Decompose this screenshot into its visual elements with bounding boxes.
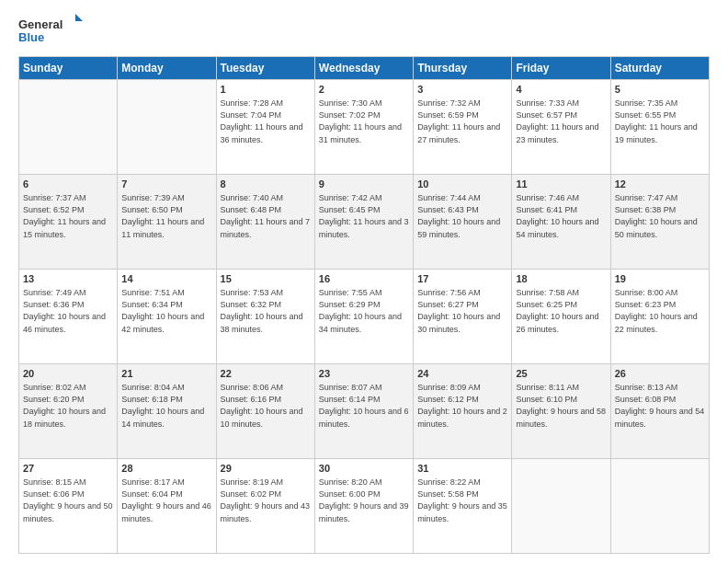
day-info: Sunrise: 7:58 AMSunset: 6:25 PMDaylight:… bbox=[516, 287, 606, 335]
day-info: Sunrise: 7:51 AMSunset: 6:34 PMDaylight:… bbox=[121, 287, 211, 335]
day-number: 23 bbox=[319, 367, 409, 381]
day-info: Sunrise: 8:11 AMSunset: 6:10 PMDaylight:… bbox=[516, 382, 606, 430]
day-info: Sunrise: 7:37 AMSunset: 6:52 PMDaylight:… bbox=[23, 192, 113, 240]
day-number: 4 bbox=[516, 83, 606, 97]
day-number: 3 bbox=[417, 83, 507, 97]
day-number: 18 bbox=[516, 272, 606, 286]
calendar-cell: 1Sunrise: 7:28 AMSunset: 7:04 PMDaylight… bbox=[216, 80, 314, 175]
day-number: 7 bbox=[121, 178, 211, 191]
calendar-row: 1Sunrise: 7:28 AMSunset: 7:04 PMDaylight… bbox=[19, 80, 710, 175]
day-number: 19 bbox=[615, 272, 705, 286]
calendar-cell: 3Sunrise: 7:32 AMSunset: 6:59 PMDaylight… bbox=[414, 80, 512, 175]
calendar-cell: 15Sunrise: 7:53 AMSunset: 6:32 PMDayligh… bbox=[216, 270, 314, 364]
calendar-cell: 14Sunrise: 7:51 AMSunset: 6:34 PMDayligh… bbox=[118, 270, 216, 364]
calendar-cell: 13Sunrise: 7:49 AMSunset: 6:36 PMDayligh… bbox=[19, 270, 118, 364]
calendar-cell: 12Sunrise: 7:47 AMSunset: 6:38 PMDayligh… bbox=[610, 175, 709, 270]
calendar-cell: 24Sunrise: 8:09 AMSunset: 6:12 PMDayligh… bbox=[414, 364, 512, 459]
day-info: Sunrise: 7:39 AMSunset: 6:50 PMDaylight:… bbox=[121, 192, 211, 240]
day-number: 29 bbox=[221, 462, 311, 476]
calendar-cell: 31Sunrise: 8:22 AMSunset: 5:58 PMDayligh… bbox=[414, 459, 512, 554]
calendar-cell: 20Sunrise: 8:02 AMSunset: 6:20 PMDayligh… bbox=[19, 364, 118, 459]
day-number: 10 bbox=[417, 178, 507, 191]
day-number: 16 bbox=[319, 272, 409, 286]
day-info: Sunrise: 7:42 AMSunset: 6:45 PMDaylight:… bbox=[319, 192, 409, 240]
day-info: Sunrise: 7:40 AMSunset: 6:48 PMDaylight:… bbox=[221, 192, 311, 240]
calendar-cell: 30Sunrise: 8:20 AMSunset: 6:00 PMDayligh… bbox=[314, 459, 413, 554]
col-header-monday: Monday bbox=[118, 57, 216, 80]
svg-marker-1 bbox=[75, 14, 83, 21]
day-info: Sunrise: 7:53 AMSunset: 6:32 PMDaylight:… bbox=[221, 287, 311, 335]
day-number: 13 bbox=[23, 272, 113, 286]
day-number: 5 bbox=[615, 83, 705, 97]
day-info: Sunrise: 7:44 AMSunset: 6:43 PMDaylight:… bbox=[417, 192, 507, 240]
day-number: 30 bbox=[319, 462, 409, 476]
day-number: 20 bbox=[23, 367, 113, 381]
calendar-cell: 4Sunrise: 7:33 AMSunset: 6:57 PMDaylight… bbox=[512, 80, 610, 175]
calendar-row: 20Sunrise: 8:02 AMSunset: 6:20 PMDayligh… bbox=[19, 364, 710, 459]
day-info: Sunrise: 7:30 AMSunset: 7:02 PMDaylight:… bbox=[319, 98, 409, 145]
day-info: Sunrise: 7:49 AMSunset: 6:36 PMDaylight:… bbox=[23, 287, 113, 335]
logo-svg: General Blue bbox=[18, 14, 83, 47]
day-info: Sunrise: 8:06 AMSunset: 6:16 PMDaylight:… bbox=[221, 382, 311, 430]
calendar-cell: 22Sunrise: 8:06 AMSunset: 6:16 PMDayligh… bbox=[216, 364, 314, 459]
day-info: Sunrise: 7:32 AMSunset: 6:59 PMDaylight:… bbox=[417, 98, 507, 145]
day-number: 1 bbox=[221, 83, 311, 97]
day-number: 27 bbox=[23, 462, 113, 476]
calendar-cell: 11Sunrise: 7:46 AMSunset: 6:41 PMDayligh… bbox=[512, 175, 610, 270]
calendar-cell bbox=[512, 459, 610, 554]
day-info: Sunrise: 8:22 AMSunset: 5:58 PMDaylight:… bbox=[417, 477, 507, 524]
col-header-friday: Friday bbox=[512, 57, 610, 80]
calendar-cell: 8Sunrise: 7:40 AMSunset: 6:48 PMDaylight… bbox=[216, 175, 314, 270]
calendar-cell: 6Sunrise: 7:37 AMSunset: 6:52 PMDaylight… bbox=[19, 175, 118, 270]
day-number: 28 bbox=[121, 462, 211, 476]
day-number: 26 bbox=[615, 367, 705, 381]
day-number: 11 bbox=[516, 178, 606, 191]
calendar-row: 13Sunrise: 7:49 AMSunset: 6:36 PMDayligh… bbox=[19, 270, 710, 364]
day-number: 9 bbox=[319, 178, 409, 191]
header: General Blue bbox=[18, 14, 710, 47]
day-info: Sunrise: 8:13 AMSunset: 6:08 PMDaylight:… bbox=[615, 382, 705, 430]
day-info: Sunrise: 8:19 AMSunset: 6:02 PMDaylight:… bbox=[221, 477, 311, 524]
day-info: Sunrise: 8:09 AMSunset: 6:12 PMDaylight:… bbox=[417, 382, 507, 430]
calendar-cell: 25Sunrise: 8:11 AMSunset: 6:10 PMDayligh… bbox=[512, 364, 610, 459]
calendar-cell bbox=[610, 459, 709, 554]
logo: General Blue bbox=[18, 14, 83, 47]
day-number: 24 bbox=[417, 367, 507, 381]
day-info: Sunrise: 7:28 AMSunset: 7:04 PMDaylight:… bbox=[221, 98, 311, 145]
calendar-row: 6Sunrise: 7:37 AMSunset: 6:52 PMDaylight… bbox=[19, 175, 710, 270]
calendar-cell: 7Sunrise: 7:39 AMSunset: 6:50 PMDaylight… bbox=[118, 175, 216, 270]
day-info: Sunrise: 7:56 AMSunset: 6:27 PMDaylight:… bbox=[417, 287, 507, 335]
day-number: 15 bbox=[221, 272, 311, 286]
calendar-cell: 21Sunrise: 8:04 AMSunset: 6:18 PMDayligh… bbox=[118, 364, 216, 459]
calendar-row: 27Sunrise: 8:15 AMSunset: 6:06 PMDayligh… bbox=[19, 459, 710, 554]
day-number: 25 bbox=[516, 367, 606, 381]
calendar-cell bbox=[118, 80, 216, 175]
day-number: 22 bbox=[221, 367, 311, 381]
col-header-thursday: Thursday bbox=[414, 57, 512, 80]
day-info: Sunrise: 7:46 AMSunset: 6:41 PMDaylight:… bbox=[516, 192, 606, 240]
calendar-cell: 26Sunrise: 8:13 AMSunset: 6:08 PMDayligh… bbox=[610, 364, 709, 459]
col-header-saturday: Saturday bbox=[610, 57, 709, 80]
day-info: Sunrise: 7:55 AMSunset: 6:29 PMDaylight:… bbox=[319, 287, 409, 335]
calendar-table: SundayMondayTuesdayWednesdayThursdayFrid… bbox=[18, 56, 710, 554]
day-info: Sunrise: 8:02 AMSunset: 6:20 PMDaylight:… bbox=[23, 382, 113, 430]
day-info: Sunrise: 8:00 AMSunset: 6:23 PMDaylight:… bbox=[615, 287, 705, 335]
day-number: 17 bbox=[417, 272, 507, 286]
day-info: Sunrise: 8:04 AMSunset: 6:18 PMDaylight:… bbox=[121, 382, 211, 430]
day-info: Sunrise: 8:07 AMSunset: 6:14 PMDaylight:… bbox=[319, 382, 409, 430]
calendar-cell: 2Sunrise: 7:30 AMSunset: 7:02 PMDaylight… bbox=[314, 80, 413, 175]
page: General Blue SundayMondayTuesdayWednesda… bbox=[0, 0, 728, 563]
day-info: Sunrise: 8:15 AMSunset: 6:06 PMDaylight:… bbox=[23, 477, 113, 524]
day-info: Sunrise: 7:35 AMSunset: 6:55 PMDaylight:… bbox=[615, 98, 705, 145]
day-info: Sunrise: 7:47 AMSunset: 6:38 PMDaylight:… bbox=[615, 192, 705, 240]
day-number: 31 bbox=[417, 462, 507, 476]
day-info: Sunrise: 7:33 AMSunset: 6:57 PMDaylight:… bbox=[516, 98, 606, 145]
day-number: 21 bbox=[121, 367, 211, 381]
calendar-cell: 9Sunrise: 7:42 AMSunset: 6:45 PMDaylight… bbox=[314, 175, 413, 270]
calendar-cell: 23Sunrise: 8:07 AMSunset: 6:14 PMDayligh… bbox=[314, 364, 413, 459]
svg-text:Blue: Blue bbox=[18, 30, 44, 44]
day-number: 6 bbox=[23, 178, 113, 191]
col-header-sunday: Sunday bbox=[19, 57, 118, 80]
day-number: 8 bbox=[221, 178, 311, 191]
calendar-cell: 27Sunrise: 8:15 AMSunset: 6:06 PMDayligh… bbox=[19, 459, 118, 554]
